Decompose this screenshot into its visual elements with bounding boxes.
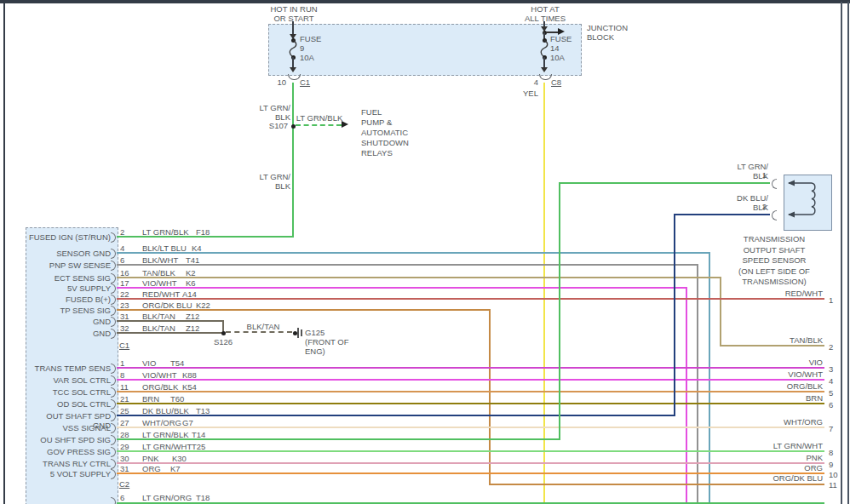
pcm-row-circuit: T25 [192, 442, 205, 451]
pcm-row-label: FUSED IGN (ST/RUN) [27, 232, 111, 242]
s107-splice-dot [291, 124, 296, 129]
pcm-row-pin: 27 [120, 418, 129, 427]
pcm-row-label: SENSOR GND [27, 249, 111, 258]
pcm-row-pin: 6 [120, 255, 124, 265]
pcm-row-pin: 16 [120, 268, 129, 278]
pcm-row-pin: 11 [120, 382, 129, 392]
jb-conn-c8: C8 [551, 77, 561, 87]
right-pin-wire: ORG [698, 463, 823, 472]
jb-conn-c1: C1 [300, 77, 310, 87]
pcm-row-pin: 23 [120, 301, 129, 310]
pcm-row-label: OD SOL CTRL [27, 399, 111, 409]
pcm-row-wire: VIO [142, 358, 156, 368]
wire-c2-8 [117, 379, 824, 381]
sensor-caption: TRANSMISSION OUTPUT SHAFT SPEED SENSOR (… [720, 234, 829, 288]
pcm-row-label: TRANS RLY CTRL [27, 459, 111, 468]
yel-wire-label: YEL [514, 89, 538, 98]
pcm-row-circuit: T13 [196, 406, 210, 415]
pcm-row-wire: BLK/TAN [142, 312, 175, 321]
connector-socket-icon [772, 179, 777, 189]
pcm-row-pin: 1 [120, 358, 124, 368]
right-pin-wire: ORG/DK BLU [698, 473, 823, 483]
right-pin-number: 1 [829, 295, 833, 305]
pcm-row-wire: LT GRN/BLK [142, 430, 189, 439]
junction-block-box [268, 24, 582, 76]
right-pin-wire: TAN/BLK [698, 335, 823, 345]
wire-c2-29 [117, 450, 824, 452]
left-border [3, 0, 5, 504]
fuse14-rating: 10A [550, 53, 565, 62]
pcm-row-pin: 21 [120, 394, 129, 404]
pcm-row-circuit: K6 [186, 278, 196, 288]
pcm-row-wire: VIO/WHT [142, 278, 177, 288]
sensor-coil-icon [784, 175, 830, 229]
pcm-row-circuit: G7 [182, 418, 193, 427]
wire-c2-21 [117, 403, 824, 404]
pcm-row-circuit: K54 [182, 382, 197, 392]
branch-line [546, 32, 558, 33]
s126-splice-dot [221, 331, 226, 335]
s126-wire-label: BLK/TAN [236, 322, 290, 331]
g125-ground-dot [293, 331, 297, 335]
pcm-row-pin: 29 [120, 442, 129, 451]
wire-c2-28-riser [559, 182, 560, 440]
fuse9-number: 9 [300, 43, 304, 53]
pcm-row-pin: 32 [120, 324, 129, 333]
pcm-row-circuit: K22 [196, 301, 210, 310]
pcm-row-wire: ORG/DK BLU [142, 301, 192, 310]
s107-label: S107 [257, 121, 288, 130]
pcm-row-wire: BRN [142, 394, 159, 404]
pcm-row-label: GND [27, 329, 111, 338]
pcm-row-wire: BLK/WHT [142, 255, 178, 265]
arrow-down-icon [290, 67, 296, 72]
pcm-row-wire: ORG [142, 464, 161, 473]
pcm-row-label: PNP SW SENSE [27, 261, 111, 270]
fuse9-rating: 10A [300, 53, 314, 62]
wire-yel-feed [543, 83, 545, 504]
wire-c1-17-drop [686, 287, 687, 504]
pcm-row-label: 5 VOLT SUPPLY [27, 469, 111, 478]
ground-bar-icon [297, 328, 299, 338]
right-pin-number: 7 [829, 424, 833, 433]
pcm-row-label: GOV PRESS SIG [27, 447, 111, 456]
pcm-row-label: TRANS TEMP SENS [27, 364, 111, 373]
pcm-row-circuit: K7 [170, 464, 181, 473]
pcm-row-pin: 8 [120, 370, 124, 380]
right-pin-wire: PNK [698, 453, 823, 462]
pcm-row-wire: VIO/WHT [142, 370, 177, 380]
right-pin-wire: ORG/BLK [698, 381, 823, 391]
wire-c1-23-out [489, 484, 824, 485]
pcm-row-circuit: K88 [182, 370, 197, 380]
wire-c2-1 [117, 367, 824, 369]
pcm-row-wire: LT GRN/BLK [142, 227, 189, 237]
wire-c1-17 [117, 287, 687, 289]
pcm-row-circuit: T60 [170, 394, 184, 404]
pcm-row-wire: ORG/BLK [142, 382, 178, 392]
pcm-row-pin: 31 [120, 464, 129, 473]
wire-ltgrnblk-feed [292, 83, 294, 237]
right-pin-number: 11 [829, 480, 837, 490]
pcm-row-wire: TAN/BLK [142, 268, 175, 278]
wire-c2-25-riser [674, 214, 675, 416]
right-pin-wire: LT GRN/WHT [698, 441, 823, 450]
ground-bar-icon [301, 329, 302, 336]
pcm-row-label: OU SHFT SPD SIG [27, 435, 111, 444]
wire-c1-23-drop [489, 309, 491, 485]
fuel-pump-relays-label: FUEL PUMP & AUTOMATIC SHUTDOWN RELAYS [361, 107, 433, 158]
pcm-row-circuit: A14 [182, 289, 197, 299]
right-pin-number: 2 [829, 342, 833, 352]
right-pin-number: 4 [829, 376, 833, 386]
ltgrnblk-label-below: LT GRN/ BLK [255, 172, 290, 191]
hot-at-all-times-label: HOT AT ALL TIMES [504, 4, 586, 23]
fuse9-name: FUSE [300, 34, 321, 43]
pcm-row-wire: DK BLU/BLK [142, 406, 189, 415]
pcm-row-label: VAR SOL CTRL [27, 375, 111, 385]
connector-socket-icon [288, 74, 301, 80]
pcm-row-wire: WHT/ORG [142, 418, 181, 427]
pcm-row-label: TP SENS SIG [27, 306, 111, 315]
pcm-row-circuit: Z12 [186, 324, 199, 333]
jb-pin-10: 10 [271, 77, 286, 87]
pcm-row-wire: PNK [142, 454, 159, 463]
wire-c2-27 [117, 427, 824, 428]
pcm-row-circuit: T41 [186, 255, 199, 265]
